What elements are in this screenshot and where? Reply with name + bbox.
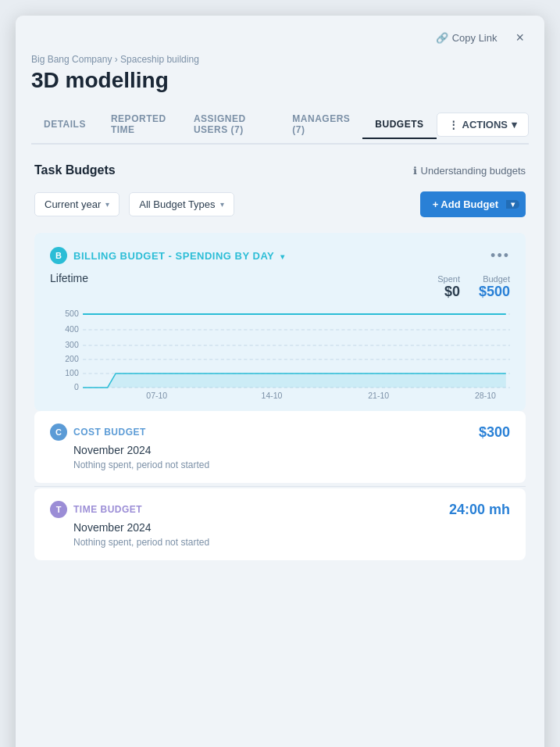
billing-budget-spent-label: Spent (437, 274, 460, 284)
understanding-budgets-link[interactable]: ℹ Understanding budgets (413, 165, 526, 177)
tab-details[interactable]: DETAILS (31, 111, 98, 139)
actions-arrow-icon: ▾ (512, 119, 517, 130)
year-filter-dropdown[interactable]: Current year ▾ (34, 192, 119, 216)
type-filter-arrow-icon: ▾ (220, 200, 224, 209)
time-budget-name[interactable]: TIME BUDGET (73, 504, 142, 515)
tab-budgets[interactable]: BUDGETS (362, 111, 436, 139)
chart-svg: 500 400 300 200 100 0 07-10 (50, 306, 510, 400)
main-window: 🔗 Copy Link × Big Bang Company › Spacesh… (16, 16, 544, 747)
copy-link-label: Copy Link (452, 32, 498, 44)
billing-budget-card: B BILLING BUDGET - SPENDING BY DAY ▾ •••… (34, 233, 526, 411)
tab-managers[interactable]: MANAGERS (7) (280, 105, 362, 145)
cost-budget-header: C COST BUDGET $300 (50, 424, 510, 441)
year-filter-arrow-icon: ▾ (105, 200, 109, 209)
title-bar: 🔗 Copy Link × Big Bang Company › Spacesh… (16, 16, 544, 145)
tabs-bar: DETAILS REPORTED TIME ASSIGNED USERS (7)… (31, 105, 529, 145)
divider (34, 486, 526, 487)
svg-text:400: 400 (65, 325, 79, 334)
copy-link-button[interactable]: 🔗 Copy Link (430, 29, 504, 47)
cost-budget-amount: $300 (479, 424, 510, 441)
svg-marker-13 (83, 374, 506, 388)
main-content: Task Budgets ℹ Understanding budgets Cur… (16, 145, 544, 581)
billing-budget-chart: 500 400 300 200 100 0 07-10 (50, 306, 510, 400)
billing-budget-lifetime-row: Lifetime Spent $0 Budget $500 (50, 272, 510, 300)
billing-budget-menu-button[interactable]: ••• (490, 248, 510, 264)
year-filter-label: Current year (45, 198, 101, 210)
svg-text:100: 100 (65, 369, 79, 377)
cost-budget-left: C COST BUDGET (50, 424, 146, 441)
svg-text:14-10: 14-10 (262, 391, 283, 400)
time-budget-period: November 2024 (73, 521, 510, 534)
info-icon: ℹ (413, 165, 417, 177)
billing-budget-spent-group: Spent $0 (437, 274, 460, 300)
page-title: 3D modelling (31, 68, 529, 93)
svg-text:200: 200 (65, 355, 79, 363)
task-budgets-header: Task Budgets ℹ Understanding budgets (34, 163, 526, 177)
add-budget-label: + Add Budget (433, 198, 498, 210)
add-budget-button[interactable]: + Add Budget ▾ (420, 191, 526, 217)
time-budget-icon: T (50, 501, 67, 518)
understanding-label: Understanding budgets (421, 165, 526, 177)
close-button[interactable]: × (511, 28, 529, 48)
svg-text:500: 500 (65, 309, 79, 318)
time-budget-left: T TIME BUDGET (50, 501, 142, 518)
billing-budget-spent-value: $0 (444, 284, 460, 300)
time-budget-item: T TIME BUDGET 24:00 mh November 2024 Not… (34, 488, 526, 560)
tab-assigned-users[interactable]: ASSIGNED USERS (7) (181, 105, 280, 145)
billing-budget-name-text: BILLING BUDGET - SPENDING BY DAY (73, 250, 274, 262)
add-budget-arrow-icon: ▾ (506, 200, 519, 209)
tab-reported-time[interactable]: REPORTED TIME (98, 105, 181, 145)
filters-row: Current year ▾ All Budget Types ▾ + Add … (34, 191, 526, 217)
cost-budget-item: C COST BUDGET $300 November 2024 Nothing… (34, 411, 526, 483)
billing-budget-name[interactable]: BILLING BUDGET - SPENDING BY DAY ▾ (73, 250, 285, 262)
billing-budget-total-value: $500 (479, 284, 510, 300)
billing-budget-header: B BILLING BUDGET - SPENDING BY DAY ▾ ••• (50, 247, 510, 264)
billing-budget-icon: B (50, 247, 67, 264)
billing-budget-dropdown-icon: ▾ (280, 252, 285, 261)
actions-dots-icon: ⋮ (448, 119, 458, 130)
type-filter-dropdown[interactable]: All Budget Types ▾ (129, 192, 234, 216)
svg-text:300: 300 (65, 341, 79, 349)
cost-budget-status: Nothing spent, period not started (73, 459, 510, 470)
svg-text:28-10: 28-10 (475, 391, 496, 400)
budget-items-list: C COST BUDGET $300 November 2024 Nothing… (34, 411, 526, 562)
svg-text:07-10: 07-10 (146, 391, 167, 400)
cost-budget-name[interactable]: COST BUDGET (73, 427, 146, 438)
billing-budget-title: B BILLING BUDGET - SPENDING BY DAY ▾ (50, 247, 285, 264)
billing-budget-total-group: Budget $500 (479, 274, 510, 300)
cost-budget-icon: C (50, 424, 67, 441)
time-budget-status: Nothing spent, period not started (73, 537, 510, 548)
actions-label: ACTIONS (462, 119, 508, 130)
title-bar-top: 🔗 Copy Link × (31, 28, 529, 48)
svg-text:0: 0 (74, 383, 79, 391)
svg-text:21-10: 21-10 (368, 391, 389, 400)
billing-budget-total-label: Budget (483, 274, 510, 284)
billing-budget-period: Lifetime (50, 272, 88, 284)
actions-button[interactable]: ⋮ ACTIONS ▾ (437, 113, 530, 137)
time-budget-amount: 24:00 mh (449, 502, 510, 518)
cost-budget-period: November 2024 (73, 444, 510, 456)
link-icon: 🔗 (436, 32, 448, 44)
task-budgets-title: Task Budgets (34, 163, 116, 177)
time-budget-header: T TIME BUDGET 24:00 mh (50, 501, 510, 518)
breadcrumb: Big Bang Company › Spaceship building (31, 54, 529, 65)
type-filter-label: All Budget Types (139, 198, 215, 210)
billing-budget-amounts: Spent $0 Budget $500 (437, 274, 510, 300)
